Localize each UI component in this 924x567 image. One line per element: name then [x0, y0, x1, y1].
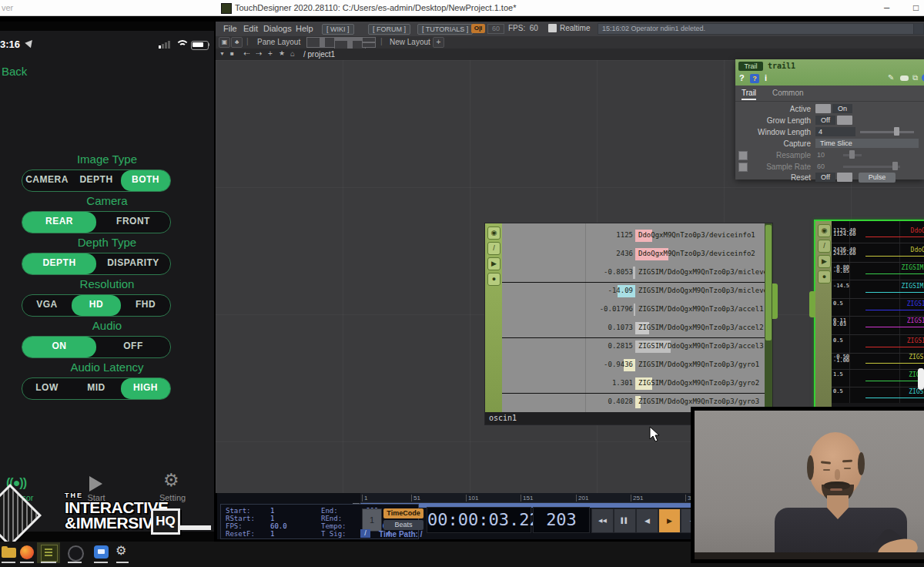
beats-mode-button[interactable]: Beats — [383, 520, 424, 530]
option-camera[interactable]: CAMERA — [22, 170, 72, 191]
star-icon[interactable]: ★ — [279, 49, 285, 57]
field-value[interactable]: 1 — [270, 507, 274, 515]
firefox-icon[interactable] — [20, 545, 34, 559]
capture-dropdown[interactable]: Time Slice — [815, 139, 919, 148]
tab-trail[interactable]: Trail — [742, 89, 756, 100]
timecode-mode-button[interactable]: TimeCode — [383, 508, 424, 518]
setting-gear-icon[interactable]: ⚙ — [163, 470, 179, 491]
menu-dialogs[interactable]: Dialogs — [260, 23, 295, 35]
step-back-button[interactable]: ◀ — [636, 508, 658, 533]
op-name[interactable]: trail1 — [768, 62, 795, 70]
option-off[interactable]: OFF — [96, 337, 170, 357]
parameter-dialog-trail1[interactable]: Trail trail1 ? ? i ✎ ⧉ Trail Common Acti… — [735, 59, 924, 179]
grow-value[interactable]: Off — [815, 116, 835, 125]
time-path-slash-badge[interactable]: / — [360, 529, 370, 538]
option-vga[interactable]: VGA — [22, 295, 72, 316]
minimize-button[interactable]: – — [884, 0, 889, 15]
breadcrumb[interactable]: / project1 — [303, 50, 335, 59]
clone-flag-icon[interactable]: / — [487, 242, 500, 255]
segmented-audio-latency: LOW MID HIGH — [22, 377, 171, 400]
option-mid[interactable]: MID — [72, 378, 121, 399]
bypass-flag-icon[interactable]: ● — [487, 273, 500, 286]
option-disparity[interactable]: DISPARITY — [96, 253, 170, 274]
option-low[interactable]: LOW — [22, 378, 72, 399]
python-help-icon[interactable]: ? — [750, 74, 759, 83]
bypass-flag-icon[interactable]: ● — [818, 270, 831, 284]
option-both[interactable]: BOTH — [121, 170, 170, 191]
option-depth[interactable]: DEPTH — [72, 170, 121, 191]
frame-step-field[interactable]: 1 — [362, 508, 382, 532]
field-value[interactable]: 1 — [270, 515, 274, 522]
cell-signal-bar — [162, 44, 164, 49]
new-layout-add-icon[interactable]: + — [433, 37, 444, 48]
option-front[interactable]: FRONT — [96, 212, 170, 233]
oscin-channel-viewer[interactable]: 1125 DdoQgxM9QnTzo0p3/deviceinfo1 2436 D… — [502, 223, 765, 412]
layout-single-icon[interactable] — [306, 37, 320, 48]
stop-icon[interactable]: ■ — [230, 50, 234, 57]
help-icon[interactable]: ? — [739, 73, 745, 82]
reset-value[interactable]: Off — [815, 173, 835, 182]
node-oscin1[interactable]: ◉ / ▶ ● 1125 DdoQgxM9QnTzo0p3/deviceinfo… — [485, 223, 772, 424]
active-value[interactable]: On — [832, 104, 852, 113]
start-play-icon[interactable] — [89, 476, 102, 492]
tab-divider — [735, 101, 924, 102]
grow-toggle-knob[interactable] — [837, 116, 852, 125]
tutorials-button[interactable]: [ TUTORIALS ] — [417, 24, 473, 35]
forward-arrow-icon[interactable]: ⇢ — [256, 49, 262, 58]
maximize-button[interactable]: □ — [913, 0, 919, 15]
option-on[interactable]: ON — [22, 337, 96, 357]
pencil-icon[interactable]: ✎ — [888, 73, 894, 82]
realtime-icon[interactable] — [548, 24, 557, 32]
new-layout-label[interactable]: New Layout — [390, 38, 430, 46]
chevron-down-icon[interactable]: ▼ — [219, 51, 225, 56]
oscin-scrollbar-handle[interactable] — [765, 225, 772, 341]
play-button[interactable]: ▶ — [658, 508, 681, 533]
rewind-button[interactable]: ◀◀ — [591, 508, 614, 533]
layout-grid-icon[interactable] — [362, 37, 376, 48]
trail-input-connector[interactable] — [809, 291, 815, 317]
window-length-slider-handle[interactable] — [894, 127, 899, 136]
copy-icon[interactable]: ⧉ — [912, 73, 918, 82]
window-length-field[interactable]: 4 — [815, 127, 855, 136]
option-rear[interactable]: REAR — [22, 212, 96, 233]
clone-flag-icon[interactable]: / — [818, 240, 831, 253]
trail-graph[interactable]: DdoQgxM9QnTzo0p3/deviceinfo1 1125.40 112… — [832, 221, 924, 403]
menu-file[interactable]: File — [220, 23, 240, 35]
viewer-flag-icon[interactable]: ◉ — [487, 226, 500, 240]
home-icon[interactable]: ⌂ — [290, 49, 295, 58]
option-hd[interactable]: HD — [72, 295, 121, 316]
menu-edit[interactable]: Edit — [240, 23, 261, 35]
tab-common[interactable]: Common — [772, 89, 804, 97]
option-depth2[interactable]: DEPTH — [22, 253, 96, 274]
window-scrollbar-handle[interactable] — [918, 368, 924, 388]
add-icon[interactable]: + — [268, 49, 273, 58]
node-trail1[interactable]: ◉ / ▶ ● DdoQgxM9QnTzo0p3/deviceinfo1 112… — [814, 220, 924, 429]
export-flag-icon[interactable]: ▶ — [818, 255, 831, 268]
reset-pulse-button[interactable]: Pulse — [859, 173, 896, 183]
realtime-label[interactable]: Realtime — [560, 24, 590, 32]
oi-indicator[interactable]: O|I — [471, 24, 485, 33]
pause-button[interactable]: ▌▌ — [614, 508, 636, 533]
field-value[interactable]: 1 — [270, 530, 274, 538]
location-arrow-icon — [25, 38, 35, 48]
active-toggle-knob[interactable] — [815, 104, 831, 113]
comment-bubble-icon[interactable] — [900, 75, 909, 81]
option-high[interactable]: HIGH — [121, 378, 170, 399]
menu-help[interactable]: Help — [293, 23, 316, 35]
info-icon[interactable]: i — [765, 73, 767, 82]
export-flag-icon[interactable]: ▶ — [487, 257, 500, 270]
reset-toggle-knob[interactable] — [837, 173, 852, 182]
anchor-tool-icon[interactable]: ♣ — [231, 37, 243, 48]
option-fhd[interactable]: FHD — [121, 295, 170, 316]
viewer-tool-icon[interactable]: ▣ — [219, 37, 230, 48]
forum-button[interactable]: [ FORUM ] — [368, 24, 410, 35]
viewer-flag-icon[interactable]: ◉ — [818, 224, 831, 237]
wiki-button[interactable]: [ WIKI ] — [322, 24, 354, 35]
oscin-output-connector[interactable] — [772, 284, 778, 319]
field-value[interactable]: 60.0 — [270, 522, 287, 530]
settings-gear-icon[interactable]: ⚙ — [116, 543, 126, 558]
obs-icon[interactable] — [68, 545, 84, 562]
back-button[interactable]: Back — [2, 65, 27, 78]
back-arrow-icon[interactable]: ⇠ — [243, 49, 249, 58]
window-length-slider[interactable] — [860, 131, 914, 133]
